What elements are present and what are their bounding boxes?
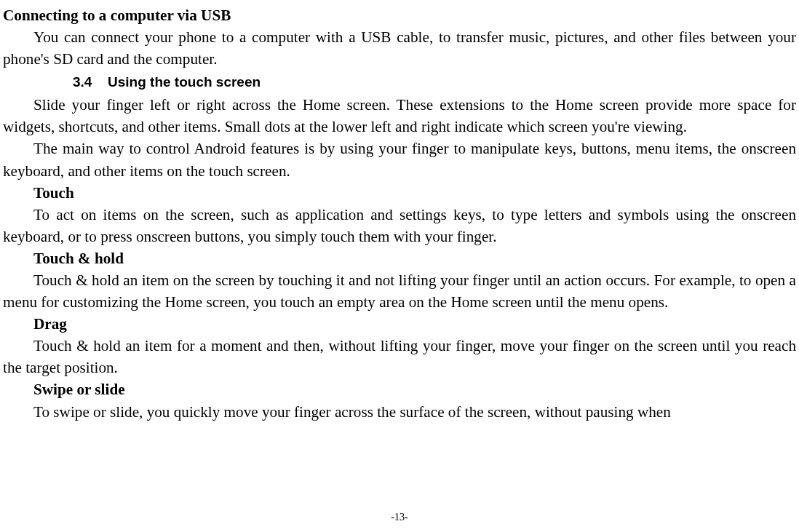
paragraph-android-control: The main way to control Android features… <box>3 138 796 181</box>
section-number: 3.4 <box>73 73 108 92</box>
paragraph-home-screen: Slide your finger left or right across t… <box>3 94 796 138</box>
paragraph-touch-hold: Touch & hold an item on the screen by to… <box>3 269 796 313</box>
page-number: -13- <box>0 510 799 525</box>
section-header-3-4: 3.4Using the touch screen <box>3 73 796 92</box>
paragraph-drag: Touch & hold an item for a moment and th… <box>3 335 796 378</box>
label-drag: Drag <box>3 313 796 335</box>
paragraph-touch: To act on items on the screen, such as a… <box>3 204 796 247</box>
section-title: Using the touch screen <box>108 74 261 90</box>
label-swipe: Swipe or slide <box>3 378 796 400</box>
label-touch: Touch <box>3 182 796 204</box>
label-touch-hold: Touch & hold <box>3 247 796 269</box>
document-page: Connecting to a computer via USB You can… <box>0 0 799 532</box>
heading-connecting-usb: Connecting to a computer via USB <box>3 4 796 26</box>
paragraph-usb: You can connect your phone to a computer… <box>3 26 796 70</box>
paragraph-swipe: To swipe or slide, you quickly move your… <box>3 401 796 423</box>
